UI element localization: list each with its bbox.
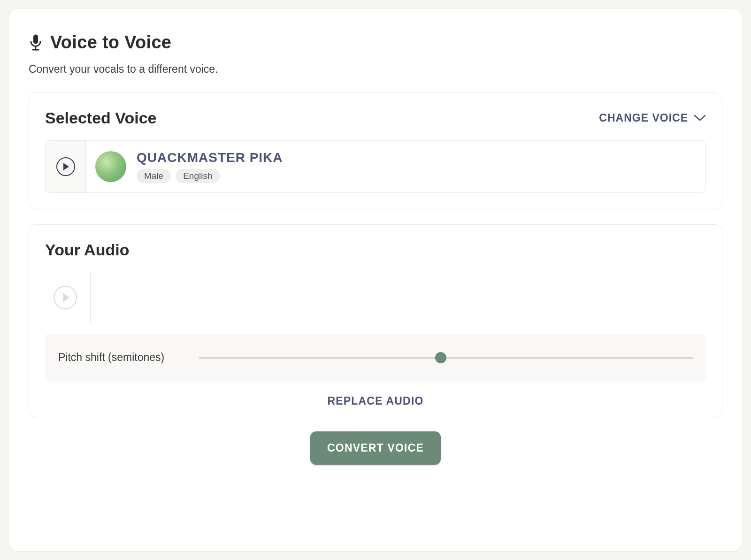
chevron-down-icon <box>694 112 706 124</box>
selected-voice-title: Selected Voice <box>45 109 157 127</box>
replace-audio-button[interactable]: REPLACE AUDIO <box>327 395 423 407</box>
preview-voice-button[interactable] <box>46 141 86 192</box>
your-audio-title: Your Audio <box>45 241 706 259</box>
voice-tag: Male <box>137 169 171 183</box>
voice-info: QUACKMASTER PIKA Male English <box>137 150 283 183</box>
audio-controls <box>45 271 706 324</box>
page-header: Voice to Voice <box>29 32 722 53</box>
your-audio-panel: Your Audio Pitch shift (semitones) REPLA… <box>29 224 722 417</box>
play-icon <box>54 286 77 309</box>
app-card: Voice to Voice Convert your vocals to a … <box>8 8 743 552</box>
voice-avatar <box>95 151 126 182</box>
voice-name: QUACKMASTER PIKA <box>137 150 283 165</box>
page-title: Voice to Voice <box>50 32 171 53</box>
voice-tags: Male English <box>137 169 283 183</box>
voice-tag: English <box>176 169 220 183</box>
play-audio-button[interactable] <box>54 271 77 324</box>
pitch-shift-block: Pitch shift (semitones) <box>45 334 706 381</box>
divider <box>90 271 91 324</box>
replace-audio-row: REPLACE AUDIO <box>45 395 706 407</box>
selected-voice-row: QUACKMASTER PIKA Male English <box>45 140 706 193</box>
selected-voice-body: QUACKMASTER PIKA Male English <box>86 141 705 192</box>
convert-voice-button[interactable]: CONVERT VOICE <box>310 431 441 465</box>
selected-voice-panel: Selected Voice CHANGE VOICE QUACKMASTER … <box>29 92 722 209</box>
change-voice-button[interactable]: CHANGE VOICE <box>599 112 706 124</box>
page-subtitle: Convert your vocals to a different voice… <box>29 63 722 76</box>
pitch-shift-thumb[interactable] <box>435 352 446 363</box>
pitch-shift-label: Pitch shift (semitones) <box>58 351 180 364</box>
convert-row: CONVERT VOICE <box>29 431 722 465</box>
svg-rect-0 <box>33 34 38 44</box>
play-icon <box>56 157 75 176</box>
change-voice-label: CHANGE VOICE <box>599 112 688 124</box>
selected-voice-header: Selected Voice CHANGE VOICE <box>45 109 706 127</box>
pitch-shift-slider[interactable] <box>199 357 693 359</box>
microphone-icon <box>29 33 43 52</box>
